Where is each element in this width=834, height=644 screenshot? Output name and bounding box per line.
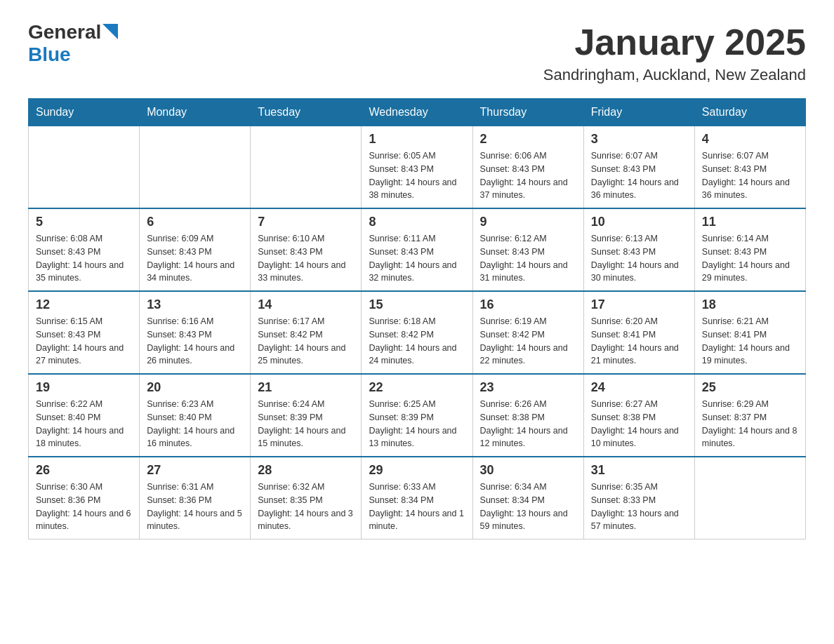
- calendar-cell: 23Sunrise: 6:26 AMSunset: 8:38 PMDayligh…: [472, 374, 583, 457]
- day-number: 15: [369, 297, 465, 312]
- calendar-cell: 30Sunrise: 6:34 AMSunset: 8:34 PMDayligh…: [472, 457, 583, 539]
- calendar-cell: 21Sunrise: 6:24 AMSunset: 8:39 PMDayligh…: [251, 374, 362, 457]
- day-info: Sunrise: 6:31 AMSunset: 8:36 PMDaylight:…: [147, 481, 243, 533]
- page-subtitle: Sandringham, Auckland, New Zealand: [543, 66, 806, 84]
- day-info: Sunrise: 6:19 AMSunset: 8:42 PMDaylight:…: [480, 315, 576, 368]
- day-header-wednesday: Wednesday: [362, 99, 472, 126]
- day-number: 11: [702, 215, 798, 229]
- day-info: Sunrise: 6:06 AMSunset: 8:43 PMDaylight:…: [480, 149, 576, 202]
- day-number: 31: [591, 463, 687, 478]
- day-number: 2: [480, 132, 576, 147]
- day-number: 21: [258, 380, 354, 395]
- calendar-cell: 8Sunrise: 6:11 AMSunset: 8:43 PMDaylight…: [362, 208, 472, 291]
- day-number: 20: [147, 380, 243, 395]
- calendar-cell: [140, 126, 251, 209]
- calendar-cell: 15Sunrise: 6:18 AMSunset: 8:42 PMDayligh…: [362, 291, 472, 374]
- day-number: 4: [702, 132, 798, 147]
- calendar-cell: 31Sunrise: 6:35 AMSunset: 8:33 PMDayligh…: [583, 457, 694, 539]
- day-info: Sunrise: 6:05 AMSunset: 8:43 PMDaylight:…: [369, 149, 465, 202]
- calendar-cell: 27Sunrise: 6:31 AMSunset: 8:36 PMDayligh…: [140, 457, 251, 539]
- calendar-cell: [251, 126, 362, 209]
- calendar-cell: 7Sunrise: 6:10 AMSunset: 8:43 PMDaylight…: [251, 208, 362, 291]
- day-header-sunday: Sunday: [29, 99, 140, 126]
- day-info: Sunrise: 6:16 AMSunset: 8:43 PMDaylight:…: [147, 315, 243, 368]
- day-number: 3: [591, 132, 687, 147]
- day-info: Sunrise: 6:23 AMSunset: 8:40 PMDaylight:…: [147, 398, 243, 450]
- calendar-week-row: 5Sunrise: 6:08 AMSunset: 8:43 PMDaylight…: [29, 208, 806, 291]
- day-info: Sunrise: 6:09 AMSunset: 8:43 PMDaylight:…: [147, 232, 243, 285]
- calendar-cell: 24Sunrise: 6:27 AMSunset: 8:38 PMDayligh…: [583, 374, 694, 457]
- calendar-cell: 4Sunrise: 6:07 AMSunset: 8:43 PMDaylight…: [694, 126, 805, 209]
- day-info: Sunrise: 6:22 AMSunset: 8:40 PMDaylight:…: [36, 398, 132, 450]
- day-number: 6: [147, 215, 243, 229]
- calendar-cell: 26Sunrise: 6:30 AMSunset: 8:36 PMDayligh…: [29, 457, 140, 539]
- calendar-cell: 1Sunrise: 6:05 AMSunset: 8:43 PMDaylight…: [362, 126, 472, 209]
- day-number: 22: [369, 380, 465, 395]
- svg-marker-0: [102, 24, 118, 39]
- calendar-week-row: 12Sunrise: 6:15 AMSunset: 8:43 PMDayligh…: [29, 291, 806, 374]
- day-info: Sunrise: 6:27 AMSunset: 8:38 PMDaylight:…: [591, 398, 687, 450]
- calendar-cell: 19Sunrise: 6:22 AMSunset: 8:40 PMDayligh…: [29, 374, 140, 457]
- day-info: Sunrise: 6:24 AMSunset: 8:39 PMDaylight:…: [258, 398, 354, 450]
- logo: General Blue: [28, 21, 118, 66]
- day-number: 19: [36, 380, 132, 395]
- calendar-cell: 17Sunrise: 6:20 AMSunset: 8:41 PMDayligh…: [583, 291, 694, 374]
- day-info: Sunrise: 6:21 AMSunset: 8:41 PMDaylight:…: [702, 315, 798, 368]
- calendar-cell: 3Sunrise: 6:07 AMSunset: 8:43 PMDaylight…: [583, 126, 694, 209]
- calendar-cell: 10Sunrise: 6:13 AMSunset: 8:43 PMDayligh…: [583, 208, 694, 291]
- day-info: Sunrise: 6:11 AMSunset: 8:43 PMDaylight:…: [369, 232, 465, 285]
- day-info: Sunrise: 6:12 AMSunset: 8:43 PMDaylight:…: [480, 232, 576, 285]
- day-header-tuesday: Tuesday: [251, 99, 362, 126]
- day-number: 16: [480, 297, 576, 312]
- day-number: 9: [480, 215, 576, 229]
- day-info: Sunrise: 6:07 AMSunset: 8:43 PMDaylight:…: [702, 149, 798, 202]
- title-block: January 2025 Sandringham, Auckland, New …: [543, 21, 806, 84]
- day-info: Sunrise: 6:32 AMSunset: 8:35 PMDaylight:…: [258, 481, 354, 533]
- day-number: 27: [147, 463, 243, 478]
- day-info: Sunrise: 6:26 AMSunset: 8:38 PMDaylight:…: [480, 398, 576, 450]
- day-info: Sunrise: 6:20 AMSunset: 8:41 PMDaylight:…: [591, 315, 687, 368]
- day-number: 18: [702, 297, 798, 312]
- day-header-thursday: Thursday: [472, 99, 583, 126]
- day-number: 1: [369, 132, 465, 147]
- day-info: Sunrise: 6:17 AMSunset: 8:42 PMDaylight:…: [258, 315, 354, 368]
- day-header-saturday: Saturday: [694, 99, 805, 126]
- day-number: 10: [591, 215, 687, 229]
- calendar-week-row: 26Sunrise: 6:30 AMSunset: 8:36 PMDayligh…: [29, 457, 806, 539]
- calendar-cell: 29Sunrise: 6:33 AMSunset: 8:34 PMDayligh…: [362, 457, 472, 539]
- calendar-cell: 5Sunrise: 6:08 AMSunset: 8:43 PMDaylight…: [29, 208, 140, 291]
- day-number: 7: [258, 215, 354, 229]
- day-info: Sunrise: 6:33 AMSunset: 8:34 PMDaylight:…: [369, 481, 465, 533]
- day-number: 8: [369, 215, 465, 229]
- day-number: 26: [36, 463, 132, 478]
- day-number: 12: [36, 297, 132, 312]
- calendar-cell: 11Sunrise: 6:14 AMSunset: 8:43 PMDayligh…: [694, 208, 805, 291]
- day-number: 25: [702, 380, 798, 395]
- calendar-cell: 22Sunrise: 6:25 AMSunset: 8:39 PMDayligh…: [362, 374, 472, 457]
- day-info: Sunrise: 6:34 AMSunset: 8:34 PMDaylight:…: [480, 481, 576, 533]
- day-info: Sunrise: 6:14 AMSunset: 8:43 PMDaylight:…: [702, 232, 798, 285]
- day-info: Sunrise: 6:35 AMSunset: 8:33 PMDaylight:…: [591, 481, 687, 533]
- calendar-cell: 6Sunrise: 6:09 AMSunset: 8:43 PMDaylight…: [140, 208, 251, 291]
- calendar-week-row: 19Sunrise: 6:22 AMSunset: 8:40 PMDayligh…: [29, 374, 806, 457]
- calendar-cell: [694, 457, 805, 539]
- logo-triangle-icon: [102, 24, 118, 39]
- page-title: January 2025: [543, 21, 806, 63]
- calendar-cell: 28Sunrise: 6:32 AMSunset: 8:35 PMDayligh…: [251, 457, 362, 539]
- day-info: Sunrise: 6:10 AMSunset: 8:43 PMDaylight:…: [258, 232, 354, 285]
- logo-blue: Blue: [28, 43, 71, 66]
- calendar-cell: 9Sunrise: 6:12 AMSunset: 8:43 PMDaylight…: [472, 208, 583, 291]
- calendar-cell: 13Sunrise: 6:16 AMSunset: 8:43 PMDayligh…: [140, 291, 251, 374]
- day-number: 17: [591, 297, 687, 312]
- day-header-monday: Monday: [140, 99, 251, 126]
- day-info: Sunrise: 6:18 AMSunset: 8:42 PMDaylight:…: [369, 315, 465, 368]
- logo-general: General: [28, 21, 101, 43]
- day-info: Sunrise: 6:29 AMSunset: 8:37 PMDaylight:…: [702, 398, 798, 450]
- day-info: Sunrise: 6:25 AMSunset: 8:39 PMDaylight:…: [369, 398, 465, 450]
- day-number: 29: [369, 463, 465, 478]
- calendar-cell: [29, 126, 140, 209]
- calendar-cell: 14Sunrise: 6:17 AMSunset: 8:42 PMDayligh…: [251, 291, 362, 374]
- day-info: Sunrise: 6:08 AMSunset: 8:43 PMDaylight:…: [36, 232, 132, 285]
- calendar-week-row: 1Sunrise: 6:05 AMSunset: 8:43 PMDaylight…: [29, 126, 806, 209]
- day-header-friday: Friday: [583, 99, 694, 126]
